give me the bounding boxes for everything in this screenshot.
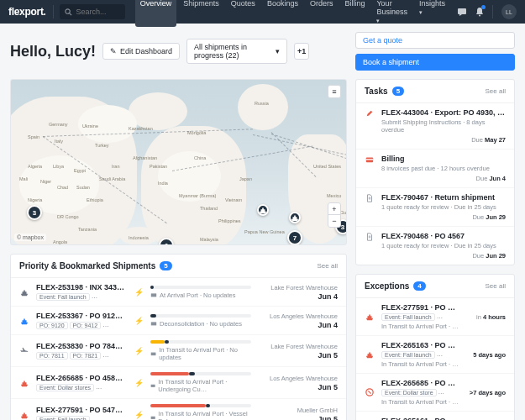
shipment-row[interactable]: FLEX-253830 · PO 7845, PO 7823, PO 30…⚡ … <box>11 335 346 367</box>
exceptions-panel: Exceptions 4 See all FLEX-277591 · PO 54… <box>355 274 515 420</box>
see-all-link[interactable]: See all <box>318 262 338 270</box>
nav-orders[interactable]: Orders <box>305 0 339 27</box>
search-input[interactable] <box>76 8 119 16</box>
map-node[interactable] <box>257 204 269 216</box>
ship-icon <box>365 312 375 322</box>
ship-icon <box>19 378 29 388</box>
svg-rect-7 <box>151 385 155 387</box>
exception-row[interactable]: FLEX-277591 · PO 5476, PO 4222, PO 78… E… <box>356 298 514 336</box>
svg-rect-2 <box>458 8 466 14</box>
tasks-panel: Tasks 5 See all FLEX-443004 · Export: PO… <box>355 79 515 265</box>
page-header: Hello, Lucy! ✎Edit Dashboard All shipmen… <box>0 24 525 79</box>
pen-icon <box>365 108 375 118</box>
priority-panel: Priority & Bookmarked Shipments 5 See al… <box>10 254 347 420</box>
logo[interactable]: flexport. <box>8 6 46 18</box>
svg-point-0 <box>66 8 70 13</box>
svg-line-16 <box>368 391 370 393</box>
chevron-down-icon: ▾ <box>276 47 280 55</box>
svg-line-1 <box>70 13 71 14</box>
edit-dashboard-button[interactable]: ✎Edit Dashboard <box>102 43 180 60</box>
map-node[interactable]: 3 <box>27 205 42 220</box>
task-row[interactable]: Billing8 invoices past due · 12 hours ov… <box>356 150 514 188</box>
shipment-row[interactable]: FLEX-253367 · PO 9120, PO 9412 [H]⚡ PO: … <box>11 307 346 335</box>
task-row[interactable]: FLEX-790468 · PO 45671 quote ready for r… <box>356 227 514 265</box>
ship-icon <box>19 287 29 297</box>
count-badge: 5 <box>392 87 404 96</box>
svg-rect-8 <box>151 417 155 419</box>
ship-icon <box>19 410 29 420</box>
nav-shipments[interactable]: Shipments <box>178 0 224 27</box>
zoom-in-button[interactable]: + <box>328 203 340 215</box>
book-shipment-button[interactable]: Book a shipment <box>355 54 515 71</box>
nav-billing[interactable]: Billing <box>339 0 370 27</box>
bolt-icon: ⚡ <box>134 411 144 419</box>
task-row[interactable]: FLEX-443004 · Export: PO 4930, PO 2199,…… <box>356 103 514 150</box>
plane-icon <box>19 346 29 356</box>
get-quote-button[interactable]: Get a quote <box>355 32 515 49</box>
exception-row[interactable]: FLEX-265161 · PO 3254, PO 3477, PO 4231 … <box>356 412 514 420</box>
svg-rect-6 <box>151 353 156 356</box>
bolt-icon: ⚡ <box>134 288 144 297</box>
map-node[interactable]: 7 <box>287 230 302 245</box>
add-filter-button[interactable]: +1 <box>294 43 309 60</box>
map-panel[interactable]: Germany Ukraine Italy Spain Algeria Liby… <box>10 79 347 245</box>
panel-title: Priority & Bookmarked Shipments <box>19 261 155 270</box>
count-badge: 5 <box>160 261 171 270</box>
avatar[interactable]: LL <box>501 4 517 19</box>
see-all-link[interactable]: See all <box>486 87 506 95</box>
svg-rect-4 <box>151 293 156 297</box>
map-node[interactable] <box>289 212 301 223</box>
see-all-link[interactable]: See all <box>486 282 506 290</box>
card-icon <box>365 155 375 165</box>
shipment-row[interactable]: FLEX-265685 · PO 4587, PO 3477, PO 30…⚡ … <box>11 367 346 399</box>
bell-icon[interactable] <box>475 7 484 17</box>
nav-bookings[interactable]: Bookings <box>262 0 303 27</box>
nav-insights[interactable]: Insights <box>414 0 450 27</box>
nav-overview[interactable]: Overview <box>135 0 177 27</box>
nav: Overview Shipments Quotes Bookings Order… <box>135 0 450 27</box>
bolt-icon: ⚡ <box>134 317 144 325</box>
nav-yourbusiness[interactable]: Your Business <box>371 0 412 27</box>
search-box[interactable] <box>60 4 124 19</box>
task-row[interactable]: FLEX-790467 · Return shipment1 quote rea… <box>356 188 514 227</box>
map-zoom: + − <box>328 202 341 228</box>
layers-icon: ≡ <box>328 86 340 97</box>
panel-title: Tasks <box>365 87 388 96</box>
ship-icon <box>19 316 29 326</box>
zoom-out-button[interactable]: − <box>328 215 340 227</box>
doc-icon <box>365 193 375 203</box>
topbar: flexport. Overview Shipments Quotes Book… <box>0 0 525 24</box>
shipment-row[interactable]: FLEX-277591 · PO 5476, PO 4222, PO 78…⚡ … <box>11 399 346 420</box>
bolt-icon: ⚡ <box>134 347 144 355</box>
chat-icon[interactable] <box>457 7 467 17</box>
count-badge: 4 <box>413 281 425 291</box>
exception-row[interactable]: FLEX-265685 · PO 4587, PO 3477, PO 30… E… <box>356 374 514 412</box>
svg-point-3 <box>479 15 480 17</box>
svg-rect-10 <box>366 159 373 160</box>
svg-rect-5 <box>151 322 156 325</box>
map-layers-button[interactable]: ≡ <box>328 85 341 98</box>
nav-quotes[interactable]: Quotes <box>226 0 260 27</box>
warn-icon <box>365 387 375 397</box>
greeting: Hello, Lucy! <box>10 43 96 60</box>
pencil-icon: ✎ <box>110 47 117 55</box>
ship-icon <box>365 349 375 360</box>
map-attribution: © mapbox <box>14 234 46 241</box>
shipment-row[interactable]: FLEX-253198 · INX 34350⚡ Event: Fall lau… <box>11 278 346 307</box>
panel-title: Exceptions <box>365 281 409 291</box>
vsep <box>53 5 54 18</box>
exception-row[interactable]: FLEX-265163 · PO 1111, PO 1200, PO 17… E… <box>356 336 514 374</box>
search-icon <box>65 8 72 16</box>
filter-dropdown[interactable]: All shipments in progress (22)▾ <box>186 39 287 64</box>
doc-icon <box>365 232 375 242</box>
vsep <box>492 5 493 18</box>
bolt-icon: ⚡ <box>134 379 144 387</box>
